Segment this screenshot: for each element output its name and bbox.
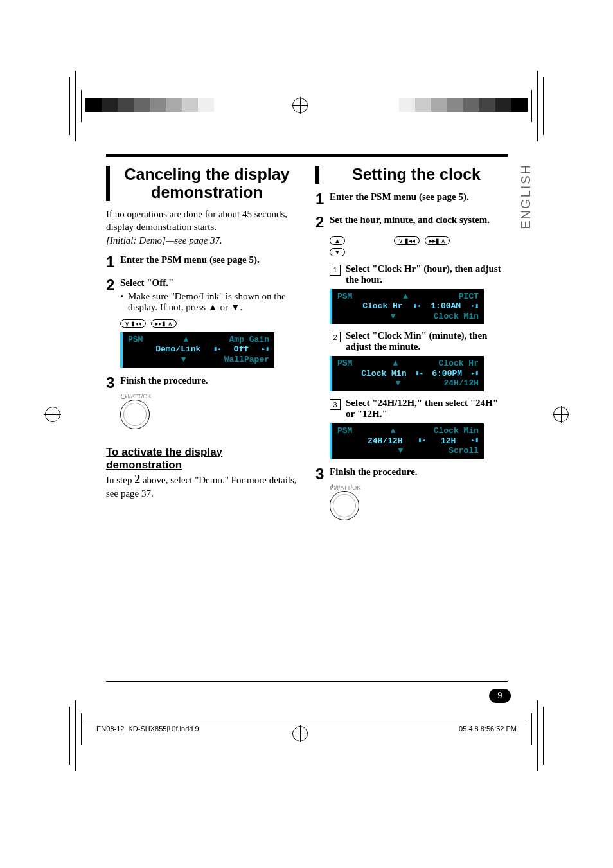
crop-mark-icon [537, 700, 538, 771]
crop-mark-icon [543, 77, 544, 135]
control-knob-icon [120, 400, 150, 429]
lcd-display: PSM ▲PICT Clock Hr▮◂1:00AM▸▮ ▼Clock Min [330, 289, 484, 324]
step-number: 3 [106, 375, 120, 391]
crop-mark-icon [81, 90, 82, 122]
substep-number: 1 [330, 265, 341, 276]
title-bar-icon [315, 166, 319, 184]
footer-file: EN08-12_KD-SHX855[U]f.indd 9 [96, 725, 199, 732]
left-column: Canceling the display demonstration If n… [106, 166, 298, 523]
control-knob-icon [330, 491, 359, 520]
crop-mark-icon [75, 700, 76, 771]
step-number: 1 [315, 191, 330, 207]
lcd-row-up: Clock Hr [439, 359, 479, 369]
crop-mark-icon [537, 71, 538, 141]
registration-mark-icon [292, 98, 308, 113]
crop-mark-icon [531, 90, 532, 122]
step-bullet: Make sure "Demo/Link" is shown on the di… [120, 291, 298, 313]
step-number: 2 [315, 215, 330, 230]
registration-mark-icon [292, 726, 308, 741]
substep-label: Select "24H/12H," then select "24H" or "… [346, 398, 507, 420]
lcd-row-down: 24H/12H [443, 378, 479, 389]
substep-label: Select "Clock Hr" (hour), then adjust th… [346, 263, 507, 285]
step-label: Finish the procedure. [120, 375, 298, 386]
next-track-button-icon: ▸▸▮ ∧ [425, 236, 450, 245]
lcd-value: 6:00PM [432, 369, 462, 379]
intro-note: [Initial: Demo]—see page 37. [106, 234, 298, 247]
down-button-icon: ▼ [330, 248, 345, 256]
step-label: Set the hour, minute, and clock system. [330, 215, 507, 226]
crop-mark-icon [531, 713, 532, 745]
lcd-value: 12H [441, 436, 456, 447]
step-number: 3 [315, 466, 330, 482]
lcd-display: PSM ▲Amp Gain Demo/Link▮◂Off▸▮ ▼WallPape… [120, 332, 274, 368]
step-number: 1 [106, 254, 120, 270]
footer-rule [106, 681, 508, 682]
lcd-row-up: Clock Min [434, 426, 479, 436]
intro-text: If no operations are done for about 45 s… [106, 208, 298, 234]
step-label: Enter the PSM menu (see page 5). [330, 191, 507, 202]
right-column: Setting the clock 1 Enter the PSM menu (… [315, 166, 507, 523]
substep-number: 2 [330, 332, 341, 342]
lcd-display: PSM ▲Clock Hr Clock Min▮◂6:00PM▸▮ ▼24H/1… [330, 356, 484, 391]
lcd-row-down: Clock Min [434, 312, 479, 322]
step-label: Enter the PSM menu (see page 5). [120, 254, 298, 265]
substep-label: Select "Clock Min" (minute), then adjust… [346, 330, 507, 352]
registration-mark-icon [45, 407, 60, 422]
crop-mark-icon [69, 707, 70, 765]
lcd-row-selected: Clock Min [361, 369, 406, 379]
substep-number: 3 [330, 399, 341, 410]
registration-mark-icon [553, 407, 569, 422]
prev-track-button-icon: ∨ ▮◂◂ [120, 319, 146, 328]
lcd-row-down: WallPaper [224, 355, 269, 365]
color-bar-icon [85, 98, 214, 112]
lcd-row-up: Amp Gain [229, 335, 269, 345]
subsection-heading: To activate the display demonstration [106, 446, 298, 472]
section-title: Setting the clock [326, 166, 507, 184]
lcd-badge: PSM [337, 359, 352, 369]
lcd-row-down: Scroll [449, 446, 479, 456]
print-footer-rule [87, 720, 526, 720]
crop-mark-icon [81, 713, 82, 745]
step-label: Select "Off." [120, 278, 298, 288]
button-diagram: ▲ ∨ ▮◂◂ ▸▸▮ ∧ ▼ [330, 234, 507, 257]
button-diagram: ∨ ▮◂◂ ▸▸▮ ∧ [120, 317, 298, 328]
lcd-row-up: PICT [459, 292, 479, 302]
next-track-button-icon: ▸▸▮ ∧ [151, 319, 177, 328]
lcd-display: PSM ▲Clock Min 24H/12H▮◂12H▸▮ ▼Scroll [330, 423, 484, 459]
title-bar-icon [106, 166, 110, 201]
top-rule [106, 154, 508, 157]
lcd-row-selected: Demo/Link [155, 344, 200, 355]
step-number: 2 [106, 278, 120, 313]
lcd-badge: PSM [337, 426, 352, 436]
crop-mark-icon [69, 77, 70, 135]
language-tab: ENGLISH [519, 164, 533, 229]
up-button-icon: ▲ [330, 236, 345, 245]
lcd-badge: PSM [128, 335, 143, 345]
page-number-badge: 9 [489, 689, 511, 703]
color-bar-icon [399, 98, 528, 112]
section-title: Canceling the display demonstration [116, 166, 298, 201]
knob-label: ⏻/I/ATT/OK [120, 393, 298, 400]
knob-label: ⏻/I/ATT/OK [330, 484, 507, 491]
prev-track-button-icon: ∨ ▮◂◂ [394, 236, 420, 245]
step-label: Finish the procedure. [330, 466, 507, 477]
lcd-value: 1:00AM [431, 301, 461, 312]
lcd-row-selected: Clock Hr [362, 301, 402, 312]
footer-timestamp: 05.4.8 8:56:52 PM [459, 725, 517, 732]
lcd-badge: PSM [337, 292, 352, 302]
lcd-value: Off [234, 344, 249, 355]
crop-mark-icon [543, 707, 544, 765]
crop-mark-icon [75, 71, 76, 141]
subsection-text: In step 2 above, select "Demo." For more… [106, 472, 298, 500]
lcd-row-selected: 24H/12H [368, 436, 403, 447]
